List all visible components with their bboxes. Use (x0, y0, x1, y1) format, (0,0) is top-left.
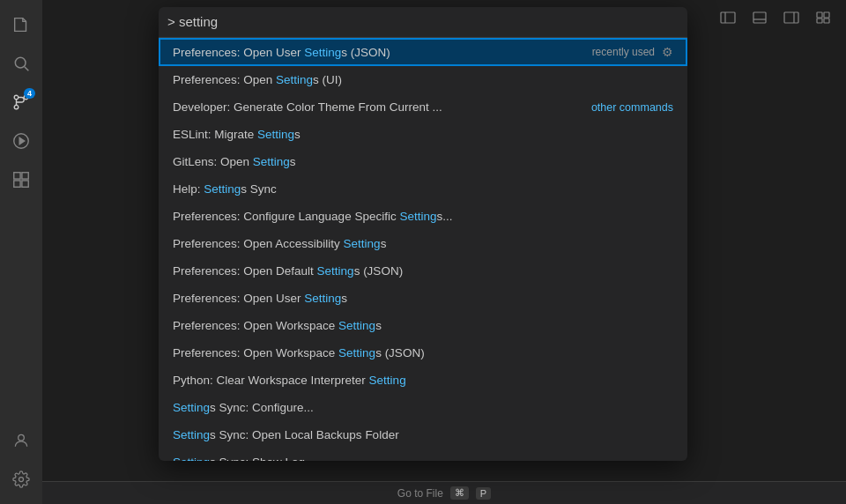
sidebar-icon-files[interactable] (4, 7, 39, 42)
bottom-bar: Go to File ⌘ P (42, 481, 846, 504)
item-5-text: Help: Settings Sync (173, 182, 277, 196)
layout-icon[interactable] (811, 8, 835, 27)
command-palette-item-8[interactable]: Preferences: Open Default Settings (JSON… (159, 257, 687, 285)
panel-bottom-icon[interactable] (747, 8, 772, 27)
svg-rect-20 (817, 19, 822, 23)
svg-rect-21 (824, 19, 829, 23)
item-6-text: Preferences: Configure Language Specific… (173, 210, 452, 223)
command-palette-item-6[interactable]: Preferences: Configure Language Specific… (159, 203, 687, 230)
svg-rect-16 (784, 12, 798, 23)
command-palette-item-14[interactable]: Settings Sync: Open Local Backups Folder (159, 421, 687, 448)
sidebar-icon-account[interactable] (4, 423, 39, 458)
sidebar-icon-search[interactable] (4, 46, 39, 81)
item-14-text: Settings Sync: Open Local Backups Folder (173, 428, 399, 441)
svg-rect-18 (817, 12, 822, 18)
item-2-right: other commands (586, 101, 673, 114)
kbd-p: P (476, 487, 491, 500)
command-palette-item-15[interactable]: Settings Sync: Show Log (159, 448, 687, 461)
item-8-text: Preferences: Open Default Settings (JSON… (173, 264, 403, 278)
item-0-text: Preferences: Open User Settings (JSON) (173, 46, 390, 59)
item-12-text: Python: Clear Workspace Interpreter Sett… (173, 374, 406, 387)
command-palette-input-wrapper[interactable] (159, 7, 687, 38)
item-0-label: recently used (592, 46, 655, 58)
item-13-text: Settings Sync: Configure... (173, 401, 314, 414)
panel-right-icon[interactable] (779, 8, 804, 27)
item-7-text: Preferences: Open Accessibility Settings (173, 237, 386, 250)
kbd-cmd: ⌘ (450, 486, 469, 500)
item-11-text: Preferences: Open Workspace Settings (JS… (173, 346, 425, 359)
command-palette-results: Preferences: Open User Settings (JSON) r… (159, 38, 687, 461)
sidebar-icon-extensions[interactable] (4, 162, 39, 197)
other-commands-label: other commands (591, 101, 673, 114)
svg-rect-14 (753, 12, 766, 23)
item-2-text: Developer: Generate Color Theme From Cur… (173, 100, 442, 114)
svg-rect-8 (14, 181, 20, 187)
svg-point-2 (14, 95, 19, 100)
item-1-text: Preferences: Open Settings (UI) (173, 73, 342, 86)
sidebar-icon-source-control[interactable]: 4 (4, 85, 39, 120)
command-palette-item-0[interactable]: Preferences: Open User Settings (JSON) r… (159, 38, 687, 66)
sidebar-icon-run[interactable] (4, 123, 39, 159)
sidebar: 4 (0, 0, 42, 504)
item-0-right: recently used ⚙ (592, 45, 673, 59)
svg-point-3 (14, 105, 19, 109)
command-palette-item-3[interactable]: ESLint: Migrate Settings (159, 121, 687, 148)
svg-rect-6 (14, 173, 20, 179)
svg-line-1 (25, 67, 29, 71)
go-to-file-label: Go to File (397, 487, 443, 500)
svg-point-11 (19, 478, 24, 482)
svg-rect-7 (22, 173, 28, 179)
command-palette-item-2[interactable]: Developer: Generate Color Theme From Cur… (159, 93, 687, 121)
item-4-text: GitLens: Open Settings (173, 155, 296, 168)
command-palette-item-7[interactable]: Preferences: Open Accessibility Settings (159, 230, 687, 257)
svg-rect-19 (824, 12, 829, 18)
svg-point-10 (19, 434, 25, 441)
item-9-text: Preferences: Open User Settings (173, 292, 347, 305)
command-palette-item-4[interactable]: GitLens: Open Settings (159, 148, 687, 175)
svg-rect-12 (721, 12, 735, 23)
item-0-left: Preferences: Open User Settings (JSON) (173, 46, 390, 59)
sidebar-icon-settings[interactable] (4, 462, 39, 497)
item-15-text: Settings Sync: Show Log (173, 456, 305, 461)
item-3-text: ESLint: Migrate Settings (173, 128, 301, 141)
item-10-text: Preferences: Open Workspace Settings (173, 319, 382, 332)
svg-rect-9 (22, 181, 28, 187)
svg-point-0 (15, 57, 26, 68)
gear-icon: ⚙ (662, 45, 673, 59)
command-palette-input[interactable] (167, 14, 679, 29)
command-palette-item-9[interactable]: Preferences: Open User Settings (159, 285, 687, 312)
command-palette-item-5[interactable]: Help: Settings Sync (159, 175, 687, 203)
command-palette-item-10[interactable]: Preferences: Open Workspace Settings (159, 312, 687, 339)
source-control-badge: 4 (24, 88, 35, 99)
command-palette: Preferences: Open User Settings (JSON) r… (159, 7, 687, 461)
command-palette-item-13[interactable]: Settings Sync: Configure... (159, 394, 687, 421)
panel-left-icon[interactable] (716, 8, 740, 27)
command-palette-item-1[interactable]: Preferences: Open Settings (UI) (159, 66, 687, 93)
command-palette-item-12[interactable]: Python: Clear Workspace Interpreter Sett… (159, 367, 687, 394)
command-palette-item-11[interactable]: Preferences: Open Workspace Settings (JS… (159, 339, 687, 367)
